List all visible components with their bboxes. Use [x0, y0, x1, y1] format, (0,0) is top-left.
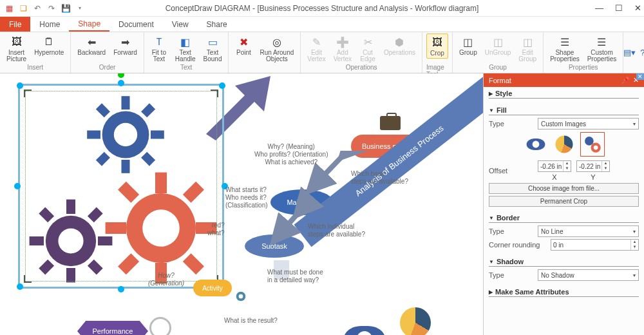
menu-tabs: File Home Shape Document View Share — [0, 17, 644, 32]
ungroup-button: ◫UnGroup — [482, 34, 514, 57]
help-icon[interactable]: ?▾ — [639, 47, 644, 59]
tab-view[interactable]: View — [163, 17, 198, 32]
crop-corner-bl[interactable] — [24, 275, 32, 283]
run-around-button[interactable]: ◎Run Around Objects — [257, 34, 296, 64]
offset-y-label: Y — [591, 173, 595, 181]
text-handle-button[interactable]: ◧Text Handle — [173, 34, 198, 64]
border-type-combo[interactable]: No Line — [538, 225, 639, 237]
canvas-text-starts: What starts it? Who needs it? (Classific… — [225, 186, 268, 209]
canvas-text-red: red? what? — [207, 222, 225, 237]
tab-shape[interactable]: Shape — [69, 17, 109, 32]
edit-group-icon: ◫ — [520, 35, 535, 49]
tab-document[interactable]: Document — [109, 17, 163, 32]
ribbon-group-imagetool: 🖼Crop Image Tool — [422, 32, 453, 73]
permanent-crop-button[interactable]: Permanent Crop — [489, 196, 639, 207]
custom-properties-button[interactable]: ☰Custom Properties — [585, 34, 620, 64]
choose-image-button[interactable]: Choose image from file... — [489, 183, 639, 194]
sel-handle[interactable] — [17, 82, 23, 89]
operations-icon: ⬢ — [392, 35, 406, 49]
sel-handle[interactable] — [118, 286, 124, 292]
section-make-same[interactable]: ▶Make Same Attributes — [489, 288, 639, 297]
gauge-icon — [149, 317, 171, 335]
text-handle-icon: ◧ — [178, 35, 193, 49]
format-header[interactable]: Format 📌 ✕ — [484, 73, 644, 87]
group-label-group: Group — [489, 64, 507, 73]
panels-icon[interactable]: ▤▾ — [623, 47, 635, 59]
node-activity[interactable]: Activity — [193, 280, 232, 296]
svg-line-33 — [274, 215, 296, 241]
preview-eye[interactable] — [524, 132, 548, 157]
tab-home[interactable]: Home — [30, 17, 69, 32]
window-title: ConceptDraw DIAGRAM - [Business Processe… — [166, 4, 479, 13]
preview-gears[interactable]: ✕ — [580, 132, 605, 157]
fit-text-icon: Ｔ — [152, 35, 166, 49]
offset-x-input[interactable]: -0.26 in▲▼ — [538, 160, 571, 172]
section-border[interactable]: ▼Border — [489, 214, 639, 223]
section-style[interactable]: ▶Style — [489, 90, 639, 99]
ribbon-group-text: ＴFit to Text ◧Text Handle ▭Text Bound Te… — [144, 32, 229, 73]
ribbon-right-controls: ▤▾ ?▾ ◠ ❐ ✕ — [623, 32, 644, 73]
pie-chart-icon — [400, 307, 431, 335]
forward-button[interactable]: ➡Forward — [111, 34, 140, 57]
sel-handle[interactable] — [118, 80, 124, 86]
fill-type-combo[interactable]: Custom Images — [538, 118, 639, 129]
group-label-text: Text — [180, 64, 192, 73]
preview-pie[interactable] — [552, 132, 576, 157]
maximize-icon[interactable]: ☐ — [615, 3, 623, 13]
fit-to-text-button[interactable]: ＴFit to Text — [148, 34, 170, 64]
remove-thumb-icon[interactable]: ✕ — [636, 73, 644, 80]
crop-corner-tl[interactable] — [24, 90, 32, 97]
ribbon: 🖼Insert Picture 🗒Hypernote Insert ⬅Backw… — [0, 32, 644, 73]
group-icon: ◫ — [461, 35, 475, 49]
canvas[interactable]: Business process Main task Subtask Perfo… — [0, 73, 483, 335]
sel-handle[interactable] — [17, 283, 23, 290]
ribbon-group-group: ◫Group ◫UnGroup ◫Edit Group Group — [453, 32, 544, 73]
close-icon[interactable]: ✕ — [634, 3, 641, 13]
crop-button[interactable]: 🖼Crop — [426, 34, 448, 59]
sel-handle[interactable] — [14, 183, 21, 189]
group-label-operations: Operations — [346, 64, 377, 73]
new-icon[interactable]: ❏ — [18, 3, 28, 14]
ribbon-group-tools: ✖Point ◎Run Around Objects — [229, 32, 301, 73]
group-label-properties: Properties — [569, 64, 598, 73]
hypernote-button[interactable]: 🗒Hypernote — [32, 34, 66, 57]
pin-icon[interactable]: 📌 — [621, 77, 629, 84]
text-bound-button[interactable]: ▭Text Bound — [201, 34, 225, 64]
format-header-label: Format — [489, 77, 511, 84]
app-icon: ▦ — [4, 3, 14, 14]
ribbon-group-operations: ✎Edit Vertex ➕Add Vertex ✂Cut Edge ⬢Oper… — [301, 32, 422, 73]
svg-point-36 — [593, 146, 598, 150]
backward-button[interactable]: ⬅Backward — [75, 34, 108, 57]
edit-group-button: ◫Edit Group — [516, 34, 539, 64]
tab-file[interactable]: File — [0, 17, 30, 32]
qat-dropdown-icon[interactable]: ▾ — [75, 3, 85, 14]
border-type-label: Type — [489, 227, 534, 235]
corner-rounding-input[interactable]: 0 in▲▼ — [551, 239, 639, 251]
minimize-icon[interactable]: — — [595, 3, 603, 13]
ribbon-group-properties: ☰Shape Properties ☰Custom Properties Pro… — [544, 32, 623, 73]
sel-handle[interactable] — [219, 82, 225, 89]
backward-icon: ⬅ — [84, 35, 99, 49]
node-performance[interactable]: Performance — [77, 321, 148, 335]
section-fill[interactable]: ▼Fill — [489, 106, 639, 115]
rotate-handle[interactable] — [118, 73, 124, 78]
save-icon[interactable]: 💾 — [61, 3, 71, 14]
undo-icon[interactable]: ↶ — [32, 3, 43, 14]
shape-properties-button[interactable]: ☰Shape Properties — [547, 34, 582, 64]
crop-corner-tr[interactable] — [211, 90, 218, 97]
shadow-type-combo[interactable]: No Shadow — [538, 269, 639, 281]
section-shadow[interactable]: ▼Shadow — [489, 258, 639, 267]
workspace[interactable]: Business process Main task Subtask Perfo… — [0, 73, 483, 335]
selection-frame[interactable] — [18, 84, 224, 289]
shadow-type-label: Type — [489, 271, 534, 279]
offset-y-input[interactable]: -0.22 in▲▼ — [576, 160, 610, 172]
crop-icon: 🖼 — [430, 35, 444, 50]
group-button[interactable]: ◫Group — [457, 34, 480, 57]
group-label-insert: Insert — [27, 64, 43, 73]
redo-icon[interactable]: ↷ — [46, 3, 57, 14]
tab-share[interactable]: Share — [198, 17, 236, 32]
insert-picture-button[interactable]: 🖼Insert Picture — [4, 34, 29, 64]
briefcase-icon — [380, 116, 401, 130]
point-button[interactable]: ✖Point — [232, 34, 254, 57]
text-bound-icon: ▭ — [205, 35, 220, 49]
